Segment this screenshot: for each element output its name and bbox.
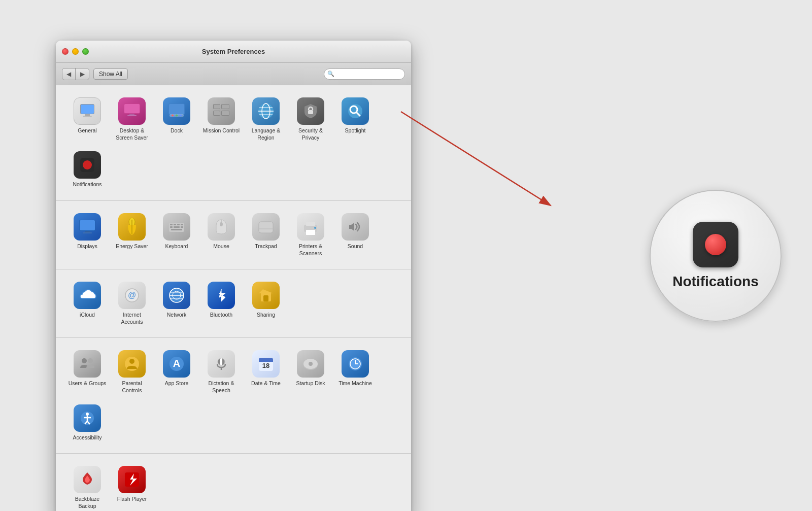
startup-icon — [297, 350, 324, 378]
svg-rect-9 — [169, 104, 184, 114]
pref-item-timemachine[interactable]: Time Machine — [334, 346, 377, 398]
pref-item-internet[interactable]: @Internet Accounts — [111, 278, 153, 329]
mouse-label: Mouse — [213, 243, 229, 250]
minimize-button[interactable] — [72, 48, 79, 55]
nav-buttons: ◀ ▶ — [62, 68, 89, 80]
pref-item-accessibility[interactable]: Accessibility — [66, 400, 109, 446]
svg-point-13 — [180, 115, 182, 117]
maximize-button[interactable] — [82, 48, 89, 55]
pref-item-appstore[interactable]: AApp Store — [155, 346, 198, 398]
svg-text:@: @ — [128, 291, 136, 299]
pref-item-dock[interactable]: Dock — [155, 93, 198, 145]
svg-point-11 — [172, 115, 174, 117]
pref-item-displays[interactable]: Displays — [66, 209, 109, 261]
pref-item-spotlight[interactable]: Spotlight — [334, 93, 377, 145]
icons-grid-system: Users & GroupsParental ControlsAApp Stor… — [66, 346, 401, 445]
flash-label: Flash Player — [117, 496, 147, 503]
icons-grid-other: Backblaze BackupFlash Player — [66, 462, 401, 511]
pref-item-backblaze[interactable]: Backblaze Backup — [66, 462, 109, 511]
window-title: System Preferences — [202, 48, 265, 55]
trackpad-icon — [252, 213, 280, 241]
displays-label: Displays — [77, 243, 97, 250]
displays-icon — [74, 213, 101, 241]
pref-item-language[interactable]: Language & Region — [245, 93, 287, 145]
search-input[interactable] — [324, 69, 405, 80]
pref-item-sharing[interactable]: Sharing — [245, 278, 287, 329]
svg-text:18: 18 — [262, 362, 269, 369]
icons-grid-personal: GeneralDesktop & Screen SaverDockMission… — [66, 93, 401, 192]
pref-item-general[interactable]: General — [66, 93, 109, 145]
pref-item-startup[interactable]: Startup Disk — [289, 346, 332, 398]
energy-label: Energy Saver — [116, 243, 148, 250]
system-preferences-window: System Preferences ◀ ▶ Show All 🔍 Genera… — [56, 41, 411, 511]
bluetooth-icon — [208, 282, 235, 309]
svg-rect-15 — [214, 105, 220, 109]
sharing-icon — [252, 282, 280, 309]
mouse-icon — [208, 213, 235, 241]
pref-item-datetime[interactable]: 18Date & Time — [245, 346, 287, 398]
parental-icon — [118, 350, 146, 378]
svg-text:A: A — [173, 358, 180, 369]
pref-item-trackpad[interactable]: Trackpad — [245, 209, 287, 261]
trackpad-label: Trackpad — [255, 243, 277, 250]
show-all-button[interactable]: Show All — [93, 69, 128, 80]
pref-item-bluetooth[interactable]: Bluetooth — [200, 278, 243, 329]
svg-rect-40 — [170, 224, 173, 225]
titlebar: System Preferences — [56, 41, 411, 63]
svg-rect-41 — [174, 224, 176, 225]
forward-button[interactable]: ▶ — [76, 69, 89, 80]
pref-item-energy[interactable]: Energy Saver — [111, 209, 153, 261]
pref-item-users[interactable]: Users & Groups — [66, 346, 109, 398]
section-internet: iCloud@Internet AccountsNetworkBluetooth… — [56, 269, 411, 338]
search-icon: 🔍 — [327, 71, 334, 77]
pref-item-printers[interactable]: Printers & Scanners — [289, 209, 332, 261]
enlarged-notification-circle: Notifications — [650, 190, 782, 322]
pref-item-parental[interactable]: Parental Controls — [111, 346, 153, 398]
startup-label: Startup Disk — [296, 380, 325, 387]
svg-point-32 — [83, 160, 92, 169]
svg-rect-34 — [80, 220, 95, 230]
svg-rect-46 — [181, 226, 183, 228]
spotlight-icon — [342, 97, 369, 125]
printers-label: Printers & Scanners — [291, 243, 330, 257]
pref-item-dictation[interactable]: Dictation & Speech — [200, 346, 243, 398]
svg-line-94 — [401, 112, 551, 206]
svg-point-67 — [88, 358, 93, 363]
pref-item-keyboard[interactable]: Keyboard — [155, 209, 198, 261]
sound-label: Sound — [348, 243, 363, 250]
users-icon — [74, 350, 101, 378]
pref-item-icloud[interactable]: iCloud — [66, 278, 109, 329]
svg-rect-53 — [306, 222, 315, 226]
icloud-icon — [74, 282, 101, 309]
accessibility-icon — [74, 404, 101, 432]
dock-label: Dock — [171, 127, 183, 134]
users-label: Users & Groups — [69, 380, 107, 387]
desktop-icon — [118, 97, 146, 125]
svg-point-87 — [86, 413, 89, 416]
parental-label: Parental Controls — [113, 380, 151, 394]
pref-item-flash[interactable]: Flash Player — [111, 462, 153, 511]
pref-item-sound[interactable]: Sound — [334, 209, 377, 261]
pref-item-notifications[interactable]: Notifications — [66, 147, 109, 192]
internet-icon: @ — [118, 282, 146, 309]
pref-item-mouse[interactable]: Mouse — [200, 209, 243, 261]
general-label: General — [78, 127, 96, 134]
search-box: 🔍 — [324, 69, 405, 80]
keyboard-icon — [163, 213, 190, 241]
section-hardware: DisplaysEnergy SaverKeyboardMouseTrackpa… — [56, 201, 411, 269]
dock-icon — [163, 97, 190, 125]
keyboard-label: Keyboard — [165, 243, 188, 250]
pref-item-security[interactable]: Security & Privacy — [289, 93, 332, 145]
dictation-icon — [208, 350, 235, 378]
pref-item-network[interactable]: Network — [155, 278, 198, 329]
traffic-lights — [62, 48, 89, 55]
security-label: Security & Privacy — [291, 127, 330, 141]
back-button[interactable]: ◀ — [62, 69, 76, 80]
svg-rect-7 — [127, 115, 137, 116]
pref-item-desktop[interactable]: Desktop & Screen Saver — [111, 93, 153, 145]
svg-rect-50 — [259, 222, 273, 233]
language-label: Language & Region — [247, 127, 285, 141]
svg-rect-19 — [214, 111, 220, 115]
close-button[interactable] — [62, 48, 69, 55]
pref-item-mission[interactable]: Mission Control — [200, 93, 243, 145]
